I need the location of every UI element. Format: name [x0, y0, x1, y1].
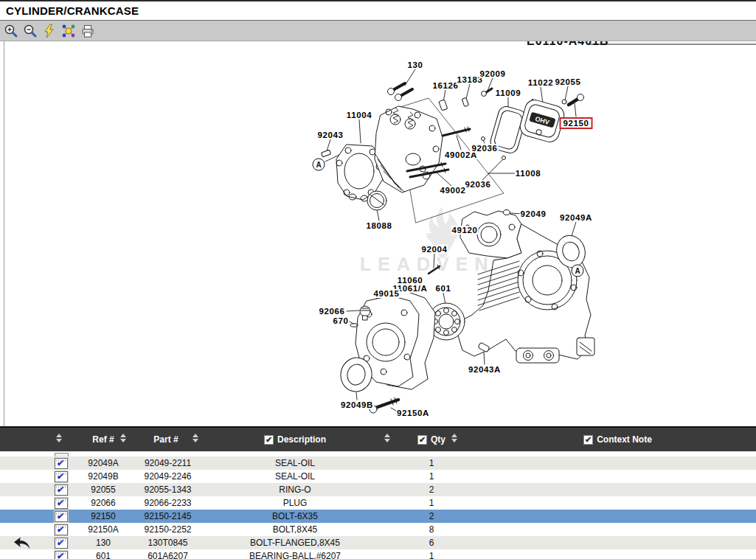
part-label[interactable]: 670	[333, 316, 350, 325]
column-description: ✔ Description	[207, 428, 384, 451]
part-check-icon[interactable]: ✔	[55, 498, 68, 509]
part-check-icon[interactable]: ✔	[55, 471, 68, 482]
table-row[interactable]: ✔601601A6207BEARING-BALL,#62071	[0, 549, 756, 559]
diagram-code: E0110-A401B	[527, 41, 609, 48]
part-check-icon[interactable]: ✔	[55, 524, 68, 535]
sort-icon[interactable]	[193, 434, 198, 442]
view-marker: A	[572, 265, 584, 277]
part-check-icon[interactable]: ✔	[55, 511, 68, 522]
part-label[interactable]: 16126	[432, 81, 460, 90]
part-label[interactable]: 130	[407, 60, 424, 69]
row-icon-cell: ✔	[44, 485, 77, 496]
part-label[interactable]: 92049A	[559, 213, 593, 222]
row-description: SEAL-OIL	[207, 458, 384, 468]
table-row[interactable]: ✔9205592055-1343RING-O2	[0, 483, 756, 496]
row-part: 92150-2252	[129, 524, 207, 535]
column-qty-label[interactable]: Qty	[431, 434, 445, 445]
return-arrow-icon[interactable]	[13, 537, 32, 549]
row-ref: 92066	[77, 498, 129, 508]
part-check-icon[interactable]: ✔	[55, 538, 68, 549]
part-label[interactable]: 92036	[465, 180, 492, 189]
part-label[interactable]: 92004	[421, 245, 448, 254]
parts-catalog-window: CYLINDER/CRANKCASE	[0, 0, 756, 559]
table-row[interactable]: ✔130130T0845BOLT-FLANGED,8X456	[0, 536, 756, 549]
part-label[interactable]: 49002	[440, 186, 467, 195]
column-context-note-label[interactable]: Context Note	[597, 434, 652, 445]
row-description: BOLT-FLANGED,8X45	[207, 538, 384, 548]
table-row[interactable]: ✔9206692066-2233PLUG1	[0, 496, 756, 510]
page-title: CYLINDER/CRANKCASE	[0, 4, 139, 17]
part-label-highlighted[interactable]: 92150	[560, 117, 593, 129]
sort-icon[interactable]	[384, 434, 390, 442]
lightning-icon	[42, 24, 57, 38]
part-label[interactable]: 92049B	[340, 400, 374, 409]
row-part: 92150-2145	[129, 511, 207, 521]
row-part: 92049-2211	[129, 458, 207, 468]
hotspot-links-icon	[61, 24, 76, 38]
row-qty: 1	[384, 458, 479, 468]
part-label[interactable]: 92036	[471, 144, 499, 153]
table-row[interactable]: ✔92150A92150-2252BOLT,8X458	[0, 523, 756, 536]
row-ref: 92150	[77, 511, 129, 521]
row-icon-cell: ✔	[44, 551, 77, 559]
row-description: BOLT,8X45	[207, 524, 384, 535]
sort-icon[interactable]	[56, 434, 62, 442]
row-qty: 1	[384, 498, 479, 508]
row-qty: 1	[384, 551, 479, 559]
flash-button[interactable]	[41, 23, 58, 39]
row-qty: 1	[384, 471, 479, 482]
part-label[interactable]: 92055	[555, 77, 582, 86]
row-part: 92055-1343	[129, 485, 207, 495]
column-context-note: ✔ Context Note	[479, 428, 756, 451]
part-check-icon[interactable]: ✔	[55, 485, 68, 496]
part-label[interactable]: 49120	[451, 226, 479, 235]
part-label[interactable]: 11009	[495, 88, 521, 97]
zoom-out-button[interactable]	[22, 23, 38, 39]
zoom-in-icon	[4, 24, 18, 38]
part-label[interactable]: 92043	[317, 131, 344, 139]
hotspot-button[interactable]	[60, 23, 77, 39]
part-label[interactable]: 18088	[366, 221, 393, 230]
table-row[interactable]: ✔9215092150-2145BOLT-6X352	[0, 510, 756, 523]
zoom-in-button[interactable]	[3, 23, 19, 39]
zoom-out-icon	[23, 24, 38, 38]
row-qty: 2	[384, 485, 479, 495]
row-ref: 92150A	[77, 524, 129, 535]
exploded-diagram: OHV	[0, 41, 756, 426]
part-label[interactable]: 92009	[479, 69, 507, 78]
part-label[interactable]: 601	[435, 284, 452, 293]
row-description: RING-O	[207, 485, 384, 495]
row-qty: 2	[384, 511, 479, 521]
printer-icon	[80, 24, 95, 38]
row-description: BOLT-6X35	[207, 511, 384, 521]
description-checkbox[interactable]: ✔	[264, 435, 274, 445]
row-description: SEAL-OIL	[207, 471, 384, 482]
row-part: 130T0845	[129, 538, 207, 548]
row-description: PLUG	[207, 498, 384, 508]
context-note-checkbox[interactable]: ✔	[583, 435, 593, 445]
part-label[interactable]: 92043A	[468, 365, 502, 374]
view-marker: A	[313, 159, 325, 171]
part-label[interactable]: 11022	[527, 78, 554, 87]
print-button[interactable]	[80, 23, 96, 39]
column-description-label[interactable]: Description	[277, 434, 326, 445]
qty-checkbox[interactable]: ✔	[417, 435, 427, 445]
part-label[interactable]: 49015	[373, 289, 400, 298]
sort-icon[interactable]	[451, 434, 457, 442]
table-row[interactable]: ✔92049A92049-2211SEAL-OIL1	[0, 456, 756, 470]
parts-table-body: ✔92049A92049-2211SEAL-OIL1✔92049B92049-2…	[0, 456, 756, 559]
part-label[interactable]: 11008	[515, 169, 541, 178]
part-label[interactable]: 92049	[520, 209, 547, 218]
row-qty: 6	[384, 538, 479, 548]
part-label[interactable]: 92066	[319, 307, 346, 316]
part-label[interactable]: 92150A	[396, 409, 430, 417]
row-part: 92049-2246	[129, 471, 207, 482]
column-part[interactable]: Part #	[129, 428, 203, 451]
part-label[interactable]: 11004	[346, 111, 372, 119]
row-arrow-cell	[0, 537, 44, 549]
part-check-icon[interactable]: ✔	[55, 458, 68, 469]
part-check-icon[interactable]: ✔	[55, 551, 68, 559]
row-description: BEARING-BALL,#6207	[207, 551, 384, 559]
table-row[interactable]: ✔92049B92049-2246SEAL-OIL1	[0, 470, 756, 483]
sort-icon[interactable]	[120, 434, 126, 442]
